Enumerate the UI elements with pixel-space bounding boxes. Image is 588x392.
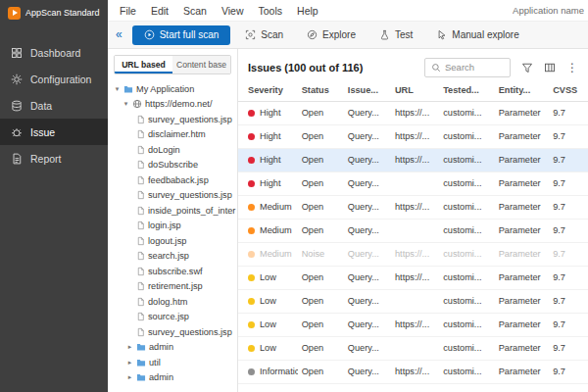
issue-cell: Query... (344, 360, 391, 383)
scan-button[interactable]: Scan (236, 29, 292, 40)
status-cell: Open (298, 101, 344, 124)
sidebar-item-data[interactable]: Data (0, 92, 108, 119)
explore-button[interactable]: Explore (298, 29, 365, 40)
tab-url-based[interactable]: URL based (115, 56, 172, 74)
issue-row[interactable]: Medium Open Query... https://... customi… (238, 195, 588, 219)
chevron-down-icon[interactable]: ▾ (114, 85, 121, 93)
tree-folder-label: util (149, 358, 161, 368)
brand: AppScan Standard (0, 0, 108, 25)
file-icon (136, 267, 145, 276)
tree-file-item[interactable]: survey_questions.jsp (114, 112, 237, 127)
search-input[interactable] (445, 62, 502, 73)
tree-file-item[interactable]: source.jsp (114, 310, 237, 325)
issue-row[interactable]: Hight Open Query... https://... customi.… (238, 101, 588, 124)
entity-cell: Parameter (495, 101, 549, 124)
columns-icon[interactable] (544, 62, 556, 74)
tested-element-cell: customi... (439, 360, 495, 383)
tree-root-item[interactable]: ▾ My Application (114, 81, 237, 97)
issue-row[interactable]: Low Open Query... https://... customi...… (238, 313, 588, 336)
menu-file[interactable]: File (120, 5, 136, 17)
kebab-menu-icon[interactable]: ⋮ (566, 62, 578, 74)
tested-element-cell: customi... (439, 336, 495, 360)
column-header[interactable]: Severity (238, 80, 298, 101)
issue-row[interactable]: Low Open Query... customi... Parameter 9… (238, 289, 588, 313)
tree-folder-item[interactable]: ▸ admin (114, 340, 237, 356)
menu-tools[interactable]: Tools (259, 5, 283, 17)
issue-row[interactable]: Hight Open Query... https://... customi.… (238, 148, 588, 172)
issue-row[interactable]: Hight Open Query... customi... Parameter… (238, 172, 588, 195)
tree-file-item[interactable]: login.jsp (114, 219, 237, 234)
column-header[interactable]: Status (298, 80, 344, 101)
issue-row[interactable]: Informatic Open Query... https://... cus… (238, 360, 588, 383)
test-button[interactable]: Test (370, 29, 421, 40)
issue-row[interactable]: Low Open Query... https://... customi...… (238, 266, 588, 289)
menu-view[interactable]: View (221, 5, 244, 17)
tree-file-item[interactable]: inside_points_of_inter (114, 203, 237, 219)
tree-file-item[interactable]: feedbaback.jsp (114, 172, 237, 188)
tree-file-item[interactable]: survey_questions.jsp (114, 324, 237, 340)
tested-element-cell: customi... (439, 172, 495, 195)
issue-row[interactable]: Medium Open Query... customi... Paramete… (238, 219, 588, 242)
start-full-scan-label: Start full scan (160, 29, 220, 40)
column-header[interactable]: URL (391, 80, 439, 101)
manual-explore-button[interactable]: Manual explore (427, 29, 527, 40)
chevron-right-icon[interactable]: ▸ (126, 373, 133, 381)
tree-file-item[interactable]: retirement.jsp (114, 279, 237, 295)
menu-help[interactable]: Help (297, 5, 318, 17)
issue-row[interactable]: Low Open Query... customi... Parameter 9… (238, 336, 588, 360)
issue-row[interactable]: Hight Open Query... https://... customi.… (238, 124, 588, 148)
severity-label: Low (260, 343, 276, 353)
sidebar-item-configuration[interactable]: Configuration (0, 66, 108, 92)
menu-edit[interactable]: Edit (151, 5, 169, 17)
collapse-panel-icon[interactable]: « (116, 28, 122, 40)
issues-panel: Issues (100 out of 116) ⋮ (238, 49, 588, 392)
file-label: feedbaback.jsp (148, 175, 209, 185)
entity-cell: Parameter (495, 289, 549, 313)
scan-label: Scan (261, 29, 283, 40)
issue-row[interactable]: Medium Noise Query... https://... custom… (238, 242, 588, 266)
chevron-right-icon[interactable]: ▸ (126, 343, 133, 351)
chevron-right-icon[interactable]: ▸ (126, 359, 133, 367)
chevron-down-icon[interactable]: ▾ (122, 100, 129, 108)
issue-cell: Query... (344, 219, 391, 242)
tree-file-item[interactable]: search.jsp (114, 249, 237, 265)
status-cell: Open (298, 336, 344, 360)
issue-cell: Query... (344, 148, 391, 172)
sidebar-item-issue[interactable]: Issue (0, 119, 108, 145)
file-label: doLogin (148, 145, 180, 155)
url-cell (391, 172, 439, 195)
severity-dot-icon (248, 321, 255, 328)
start-full-scan-button[interactable]: Start full scan (132, 25, 231, 45)
issues-body: Hight Open Query... https://... customi.… (238, 101, 588, 383)
file-icon (136, 281, 145, 291)
tree-folder-item[interactable]: ▸ util (114, 355, 237, 370)
tree-file-item[interactable]: logout.jsp (114, 233, 237, 249)
tree-file-item[interactable]: disclaimer.htm (114, 127, 237, 143)
url-cell (391, 336, 439, 360)
dashboard-icon (11, 47, 23, 59)
file-icon (136, 220, 145, 230)
entity-cell: Parameter (495, 266, 549, 289)
column-header[interactable]: Issue... (344, 80, 391, 101)
column-header[interactable]: Entity... (495, 80, 549, 101)
severity-label: Low (260, 296, 276, 306)
tab-content-base[interactable]: Content base (172, 56, 230, 74)
menu-scan[interactable]: Scan (183, 5, 207, 17)
search-box[interactable] (424, 58, 511, 77)
cvss-cell: 9.7 (549, 313, 588, 336)
tree-folder-item[interactable]: ▸ admin (114, 370, 237, 386)
tree-host-item[interactable]: ▾ https://demo.net/ (114, 97, 237, 113)
tree-file-item[interactable]: dolog.htm (114, 294, 237, 310)
sidebar-item-report[interactable]: Report (0, 145, 108, 172)
file-label: disclaimer.htm (148, 129, 206, 139)
tree-file-item[interactable]: doLogin (114, 142, 237, 158)
tree-file-item[interactable]: subscribe.swf (114, 264, 237, 279)
url-cell: https://... (391, 124, 439, 148)
sidebar-item-dashboard[interactable]: Dashboard (0, 39, 108, 66)
tree-file-item[interactable]: survey_questions.jsp (114, 188, 237, 204)
filter-funnel-icon[interactable] (521, 62, 533, 74)
column-header[interactable]: Tested... (439, 80, 495, 101)
tree-file-item[interactable]: doSubscribe (114, 158, 237, 173)
column-header[interactable]: CVSS (549, 80, 588, 101)
severity-label: Hight (260, 155, 280, 165)
